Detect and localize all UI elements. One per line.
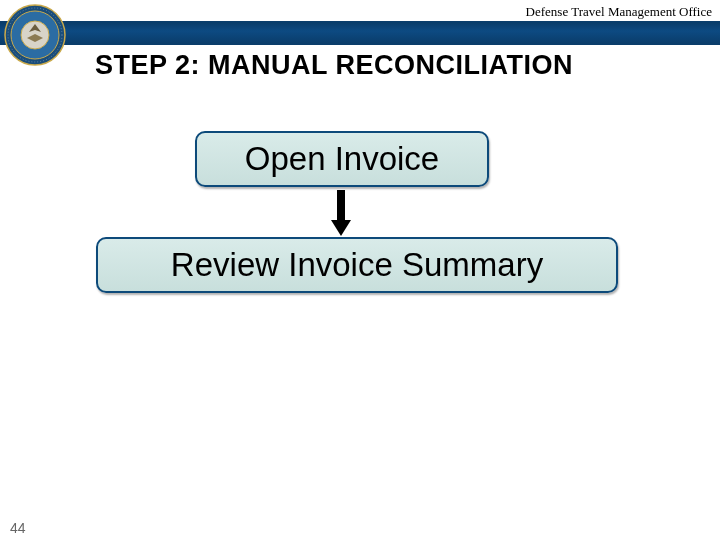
slide-title: STEP 2: MANUAL RECONCILIATION [95, 50, 573, 81]
flow-step-2: Review Invoice Summary [96, 237, 618, 293]
flow-step-1-label: Open Invoice [245, 140, 439, 178]
header-office-label: Defense Travel Management Office [526, 4, 712, 20]
header-bar [0, 21, 720, 45]
dod-seal-icon [4, 4, 66, 66]
flow-step-2-label: Review Invoice Summary [171, 246, 543, 284]
page-number: 44 [10, 520, 26, 536]
flow-step-1: Open Invoice [195, 131, 489, 187]
arrow-down-icon [333, 190, 349, 236]
